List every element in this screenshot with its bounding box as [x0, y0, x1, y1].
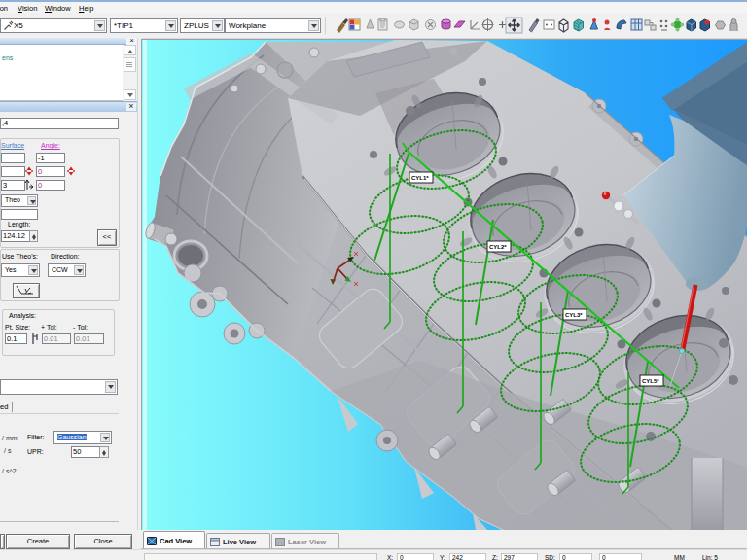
svg-text:CYL3*: CYL3*: [565, 312, 583, 318]
svg-text:CYL5*: CYL5*: [642, 378, 659, 384]
svg-text:CYL1*: CYL1*: [411, 175, 429, 181]
svg-text:CYL2*: CYL2*: [489, 244, 507, 250]
